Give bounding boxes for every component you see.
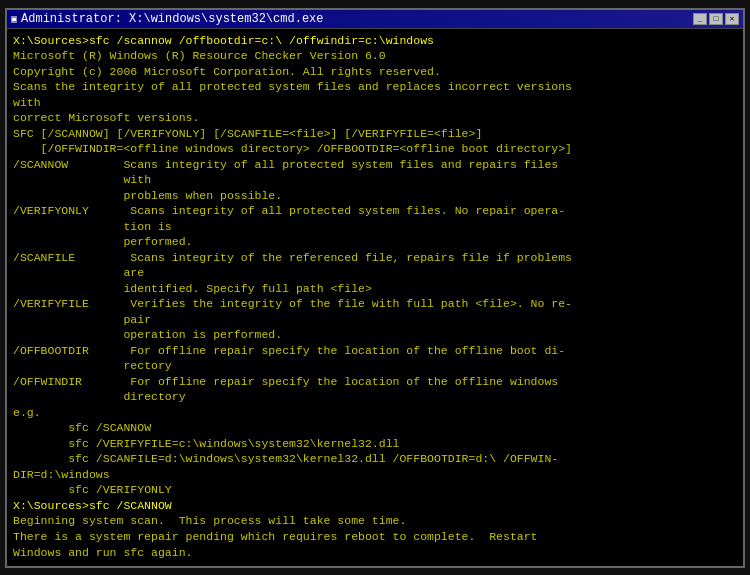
close-button[interactable]: ✕	[725, 13, 739, 25]
console-line: Microsoft (R) Windows (R) Resource Check…	[13, 48, 737, 64]
console-line: Beginning system scan. This process will…	[13, 513, 737, 529]
cmd-icon: ▣	[11, 13, 17, 25]
console-line: SFC [/SCANNOW] [/VERIFYONLY] [/SCANFILE=…	[13, 126, 737, 142]
console-line: /VERIFYFILE Verifies the integrity of th…	[13, 296, 737, 312]
console-line: Copyright (c) 2006 Microsoft Corporation…	[13, 64, 737, 80]
console-line: Windows and run sfc again.	[13, 545, 737, 561]
console-line: performed.	[13, 234, 737, 250]
console-line: sfc /SCANNOW	[13, 420, 737, 436]
console-line: operation is performed.	[13, 327, 737, 343]
console-line: correct Microsoft versions.	[13, 110, 737, 126]
minimize-button[interactable]: _	[693, 13, 707, 25]
console-line: /OFFBOOTDIR For offline repair specify t…	[13, 343, 737, 359]
console-line: with	[13, 172, 737, 188]
console-line: rectory	[13, 358, 737, 374]
console-line: [/OFFWINDIR=<offline windows directory> …	[13, 141, 737, 157]
cmd-window: ▣ Administrator: X:\windows\system32\cmd…	[5, 8, 745, 568]
window-title: Administrator: X:\windows\system32\cmd.e…	[21, 12, 323, 26]
title-bar: ▣ Administrator: X:\windows\system32\cmd…	[7, 10, 743, 29]
maximize-button[interactable]: □	[709, 13, 723, 25]
console-line: /OFFWINDIR For offline repair specify th…	[13, 374, 737, 390]
console-line: /SCANNOW Scans integrity of all protecte…	[13, 157, 737, 173]
console-line: X:\Sources>sfc /SCANNOW	[13, 498, 737, 514]
console-line: sfc /VERIFYONLY	[13, 482, 737, 498]
title-bar-controls: _ □ ✕	[693, 13, 739, 25]
title-bar-left: ▣ Administrator: X:\windows\system32\cmd…	[11, 12, 323, 26]
console-line: X:\Sources>sfc /scannow /offbootdir=c:\ …	[13, 33, 737, 49]
console-line: sfc /VERIFYFILE=c:\windows\system32\kern…	[13, 436, 737, 452]
console-line: pair	[13, 312, 737, 328]
console-line: tion is	[13, 219, 737, 235]
console-line: There is a system repair pending which r…	[13, 529, 737, 545]
console-line: identified. Specify full path <file>	[13, 281, 737, 297]
console-line: with	[13, 95, 737, 111]
console-line: DIR=d:\windows	[13, 467, 737, 483]
console-line: /SCANFILE Scans integrity of the referen…	[13, 250, 737, 266]
console-line: directory	[13, 389, 737, 405]
console-line: e.g.	[13, 405, 737, 421]
console-line: Scans the integrity of all protected sys…	[13, 79, 737, 95]
console-line: problems when possible.	[13, 188, 737, 204]
console-line: are	[13, 265, 737, 281]
console-area[interactable]: X:\Sources>sfc /scannow /offbootdir=c:\ …	[7, 29, 743, 566]
console-line: /VERIFYONLY Scans integrity of all prote…	[13, 203, 737, 219]
console-line: sfc /SCANFILE=d:\windows\system32\kernel…	[13, 451, 737, 467]
